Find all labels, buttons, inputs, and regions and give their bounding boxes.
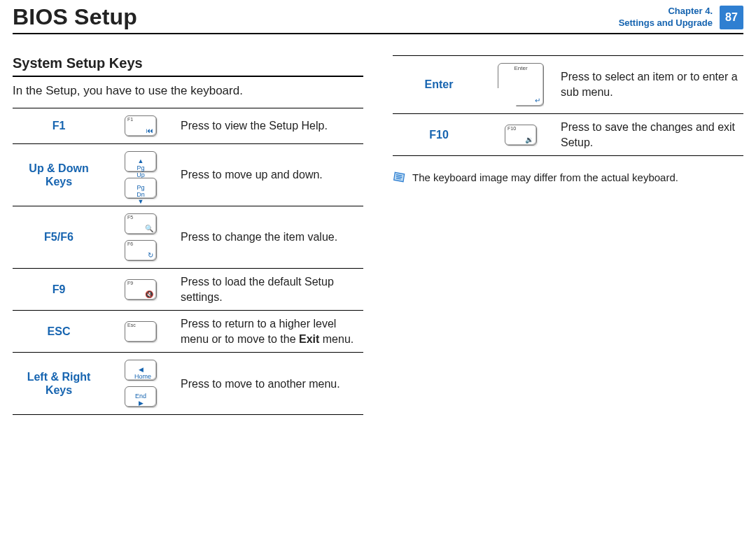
page-number-badge: 87	[720, 6, 743, 29]
table-row: F5/F6 F5🔍F6↻ Press to change the item va…	[13, 206, 363, 269]
key-image: ◀ HomeEnd ▶	[105, 353, 176, 415]
table-row: Left & Right Keys ◀ HomeEnd ▶ Press to m…	[13, 353, 363, 415]
keycap: Enter↵	[498, 63, 544, 106]
key-name: F9	[13, 269, 105, 311]
key-name: F10	[393, 114, 485, 156]
page-header: BIOS Setup Chapter 4. Settings and Upgra…	[13, 4, 743, 34]
table-row: F10 F10🔉 Press to save the changes and e…	[393, 114, 743, 156]
key-image: F5🔍F6↻	[105, 206, 176, 269]
section-lead: In the Setup, you have to use the keyboa…	[13, 84, 363, 98]
key-image: F1⏮	[105, 108, 176, 144]
keycap: F1⏮	[125, 115, 157, 136]
chapter-block: Chapter 4. Settings and Upgrade 87	[619, 6, 743, 29]
key-desc: Press to change the item value.	[176, 206, 363, 269]
note-row: The keyboard image may differ from the a…	[393, 164, 743, 184]
right-column: Enter Enter↵ Press to select an item or …	[393, 55, 743, 415]
key-desc: Press to return to a higher level menu o…	[176, 311, 363, 353]
key-desc: Press to save the changes and exit Setup…	[556, 114, 743, 156]
key-name: F5/F6	[13, 206, 105, 269]
key-image: ▲ Pg UpPg Dn ▼	[105, 144, 176, 206]
keycap: F6↻	[125, 240, 157, 261]
key-desc: Press to select an item or to enter a su…	[556, 56, 743, 114]
chapter-line2: Settings and Upgrade	[619, 17, 713, 28]
key-desc: Press to move to another menu.	[176, 353, 363, 415]
key-name: F1	[13, 108, 105, 144]
key-image: Enter↵	[485, 56, 556, 114]
chapter-label: Chapter 4. Settings and Upgrade	[619, 6, 713, 29]
key-image: F10🔉	[485, 114, 556, 156]
key-desc: Press to load the default Setup settings…	[176, 269, 363, 311]
keycap: Esc	[125, 321, 157, 342]
key-image: F9🔇	[105, 269, 176, 311]
keys-table-left: F1 F1⏮ Press to view the Setup Help. Up …	[13, 108, 363, 415]
key-name: Enter	[393, 56, 485, 114]
table-row: Up & Down Keys ▲ Pg UpPg Dn ▼ Press to m…	[13, 144, 363, 206]
key-name: Left & Right Keys	[13, 353, 105, 415]
chapter-line1: Chapter 4.	[668, 6, 713, 16]
keycap: F10🔉	[505, 125, 537, 146]
key-image: Esc	[105, 311, 176, 353]
section-title: System Setup Keys	[13, 55, 363, 77]
note-text: The keyboard image may differ from the a…	[412, 171, 678, 183]
keycap: F5🔍	[125, 213, 157, 234]
note-icon	[393, 170, 407, 184]
table-row: F9 F9🔇 Press to load the default Setup s…	[13, 269, 363, 311]
key-name: ESC	[13, 311, 105, 353]
keycap: ◀ Home	[125, 360, 157, 381]
keycap: End ▶	[125, 386, 157, 407]
keys-table-right: Enter Enter↵ Press to select an item or …	[393, 55, 743, 156]
table-row: ESC Esc Press to return to a higher leve…	[13, 311, 363, 353]
left-column: System Setup Keys In the Setup, you have…	[13, 55, 363, 415]
key-desc: Press to move up and down.	[176, 144, 363, 206]
table-row: Enter Enter↵ Press to select an item or …	[393, 56, 743, 114]
keycap: ▲ Pg Up	[125, 151, 157, 172]
page-title: BIOS Setup	[13, 4, 137, 30]
keycap: Pg Dn ▼	[125, 178, 157, 199]
key-name: Up & Down Keys	[13, 144, 105, 206]
keycap: F9🔇	[125, 279, 157, 300]
table-row: F1 F1⏮ Press to view the Setup Help.	[13, 108, 363, 144]
key-desc: Press to view the Setup Help.	[176, 108, 363, 144]
